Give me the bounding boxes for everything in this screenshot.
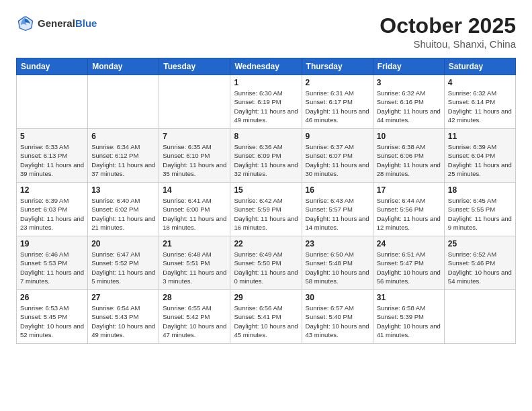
cell-day-number: 27: [91, 293, 155, 302]
cell-day-number: 20: [91, 239, 155, 248]
cell-info: Sunrise: 6:58 AM Sunset: 5:39 PM Dayligh…: [377, 304, 441, 339]
calendar-cell: 31Sunrise: 6:58 AM Sunset: 5:39 PM Dayli…: [373, 290, 444, 344]
calendar-week-5: 26Sunrise: 6:53 AM Sunset: 5:45 PM Dayli…: [17, 290, 516, 344]
cell-info: Sunrise: 6:41 AM Sunset: 6:00 PM Dayligh…: [163, 196, 226, 232]
cell-day-number: 18: [448, 185, 512, 195]
calendar-cell: 10Sunrise: 6:38 AM Sunset: 6:06 PM Dayli…: [373, 129, 444, 183]
calendar-cell: 2Sunrise: 6:31 AM Sunset: 6:17 PM Daylig…: [302, 75, 373, 129]
calendar-cell: 18Sunrise: 6:45 AM Sunset: 5:55 PM Dayli…: [444, 183, 515, 236]
cell-day-number: 30: [306, 293, 369, 302]
calendar-cell: 20Sunrise: 6:47 AM Sunset: 5:52 PM Dayli…: [88, 236, 159, 290]
calendar-cell: 9Sunrise: 6:37 AM Sunset: 6:07 PM Daylig…: [302, 129, 373, 183]
cell-info: Sunrise: 6:57 AM Sunset: 5:40 PM Dayligh…: [306, 304, 369, 339]
calendar-cell: [444, 290, 515, 344]
cell-day-number: 16: [306, 185, 369, 195]
cell-info: Sunrise: 6:56 AM Sunset: 5:41 PM Dayligh…: [234, 304, 298, 339]
calendar-cell: 3Sunrise: 6:32 AM Sunset: 6:16 PM Daylig…: [373, 75, 444, 129]
cell-info: Sunrise: 6:31 AM Sunset: 6:17 PM Dayligh…: [306, 89, 369, 124]
cell-info: Sunrise: 6:48 AM Sunset: 5:51 PM Dayligh…: [163, 250, 226, 285]
cell-day-number: 28: [163, 293, 226, 302]
cell-day-number: 2: [306, 78, 369, 87]
calendar-cell: 27Sunrise: 6:54 AM Sunset: 5:43 PM Dayli…: [88, 290, 159, 344]
col-friday: Friday: [373, 58, 444, 75]
calendar: Sunday Monday Tuesday Wednesday Thursday…: [16, 58, 516, 344]
cell-day-number: 10: [377, 132, 441, 141]
col-saturday: Saturday: [444, 58, 515, 75]
cell-info: Sunrise: 6:32 AM Sunset: 6:16 PM Dayligh…: [377, 89, 441, 124]
cell-day-number: 15: [234, 185, 298, 195]
cell-day-number: 6: [91, 132, 155, 141]
cell-info: Sunrise: 6:52 AM Sunset: 5:46 PM Dayligh…: [448, 250, 512, 285]
cell-info: Sunrise: 6:34 AM Sunset: 6:12 PM Dayligh…: [91, 142, 155, 178]
cell-day-number: 14: [163, 185, 226, 195]
cell-info: Sunrise: 6:32 AM Sunset: 6:14 PM Dayligh…: [448, 89, 512, 124]
cell-day-number: 22: [234, 239, 298, 248]
calendar-cell: 11Sunrise: 6:39 AM Sunset: 6:04 PM Dayli…: [444, 129, 515, 183]
cell-info: Sunrise: 6:39 AM Sunset: 6:04 PM Dayligh…: [448, 142, 512, 178]
header: GeneralBlue October 2025 Shuitou, Shanxi…: [16, 13, 516, 50]
logo: GeneralBlue: [16, 13, 97, 32]
cell-info: Sunrise: 6:50 AM Sunset: 5:48 PM Dayligh…: [306, 250, 369, 285]
col-monday: Monday: [88, 58, 159, 75]
logo-text: GeneralBlue: [38, 17, 97, 29]
cell-day-number: 3: [377, 78, 441, 87]
calendar-cell: 26Sunrise: 6:53 AM Sunset: 5:45 PM Dayli…: [17, 290, 88, 344]
cell-info: Sunrise: 6:55 AM Sunset: 5:42 PM Dayligh…: [163, 304, 226, 339]
calendar-cell: [88, 75, 159, 129]
cell-day-number: 31: [377, 293, 441, 302]
cell-info: Sunrise: 6:36 AM Sunset: 6:09 PM Dayligh…: [234, 142, 298, 178]
cell-day-number: 9: [306, 132, 369, 141]
calendar-cell: 13Sunrise: 6:40 AM Sunset: 6:02 PM Dayli…: [88, 183, 159, 236]
calendar-header-row: Sunday Monday Tuesday Wednesday Thursday…: [17, 58, 516, 75]
month-title: October 2025: [380, 13, 516, 38]
cell-day-number: 25: [448, 239, 512, 248]
calendar-cell: 28Sunrise: 6:55 AM Sunset: 5:42 PM Dayli…: [159, 290, 230, 344]
cell-info: Sunrise: 6:45 AM Sunset: 5:55 PM Dayligh…: [448, 196, 512, 232]
col-sunday: Sunday: [17, 58, 88, 75]
calendar-cell: 12Sunrise: 6:39 AM Sunset: 6:03 PM Dayli…: [17, 183, 88, 236]
cell-info: Sunrise: 6:46 AM Sunset: 5:53 PM Dayligh…: [20, 250, 84, 285]
cell-info: Sunrise: 6:53 AM Sunset: 5:45 PM Dayligh…: [20, 304, 84, 339]
cell-day-number: 21: [163, 239, 226, 248]
calendar-cell: 16Sunrise: 6:43 AM Sunset: 5:57 PM Dayli…: [302, 183, 373, 236]
calendar-cell: 21Sunrise: 6:48 AM Sunset: 5:51 PM Dayli…: [159, 236, 230, 290]
calendar-cell: 6Sunrise: 6:34 AM Sunset: 6:12 PM Daylig…: [88, 129, 159, 183]
svg-marker-0: [19, 16, 33, 30]
cell-day-number: 19: [20, 239, 84, 248]
cell-day-number: 8: [234, 132, 298, 141]
cell-info: Sunrise: 6:42 AM Sunset: 5:59 PM Dayligh…: [234, 196, 298, 232]
col-tuesday: Tuesday: [159, 58, 230, 75]
location: Shuitou, Shanxi, China: [380, 38, 516, 50]
cell-info: Sunrise: 6:51 AM Sunset: 5:47 PM Dayligh…: [377, 250, 441, 285]
cell-day-number: 5: [20, 132, 84, 141]
calendar-cell: 8Sunrise: 6:36 AM Sunset: 6:09 PM Daylig…: [230, 129, 302, 183]
cell-info: Sunrise: 6:38 AM Sunset: 6:06 PM Dayligh…: [377, 142, 441, 178]
cell-day-number: 29: [234, 293, 298, 302]
cell-day-number: 4: [448, 78, 512, 87]
cell-info: Sunrise: 6:30 AM Sunset: 6:19 PM Dayligh…: [234, 89, 298, 124]
cell-info: Sunrise: 6:39 AM Sunset: 6:03 PM Dayligh…: [20, 196, 84, 232]
calendar-cell: [17, 75, 88, 129]
cell-info: Sunrise: 6:40 AM Sunset: 6:02 PM Dayligh…: [91, 196, 155, 232]
title-block: October 2025 Shuitou, Shanxi, China: [380, 13, 516, 50]
calendar-cell: 15Sunrise: 6:42 AM Sunset: 5:59 PM Dayli…: [230, 183, 302, 236]
cell-day-number: 7: [163, 132, 226, 141]
col-thursday: Thursday: [302, 58, 373, 75]
cell-day-number: 12: [20, 185, 84, 195]
cell-info: Sunrise: 6:43 AM Sunset: 5:57 PM Dayligh…: [306, 196, 369, 232]
calendar-cell: 7Sunrise: 6:35 AM Sunset: 6:10 PM Daylig…: [159, 129, 230, 183]
cell-info: Sunrise: 6:47 AM Sunset: 5:52 PM Dayligh…: [91, 250, 155, 285]
cell-day-number: 24: [377, 239, 441, 248]
cell-info: Sunrise: 6:54 AM Sunset: 5:43 PM Dayligh…: [91, 304, 155, 339]
calendar-cell: 30Sunrise: 6:57 AM Sunset: 5:40 PM Dayli…: [302, 290, 373, 344]
cell-info: Sunrise: 6:44 AM Sunset: 5:56 PM Dayligh…: [377, 196, 441, 232]
cell-day-number: 1: [234, 78, 298, 87]
cell-day-number: 26: [20, 293, 84, 302]
calendar-cell: 19Sunrise: 6:46 AM Sunset: 5:53 PM Dayli…: [17, 236, 88, 290]
cell-day-number: 11: [448, 132, 512, 141]
calendar-cell: 24Sunrise: 6:51 AM Sunset: 5:47 PM Dayli…: [373, 236, 444, 290]
calendar-week-4: 19Sunrise: 6:46 AM Sunset: 5:53 PM Dayli…: [17, 236, 516, 290]
calendar-cell: 1Sunrise: 6:30 AM Sunset: 6:19 PM Daylig…: [230, 75, 302, 129]
cell-info: Sunrise: 6:35 AM Sunset: 6:10 PM Dayligh…: [163, 142, 226, 178]
col-wednesday: Wednesday: [230, 58, 302, 75]
